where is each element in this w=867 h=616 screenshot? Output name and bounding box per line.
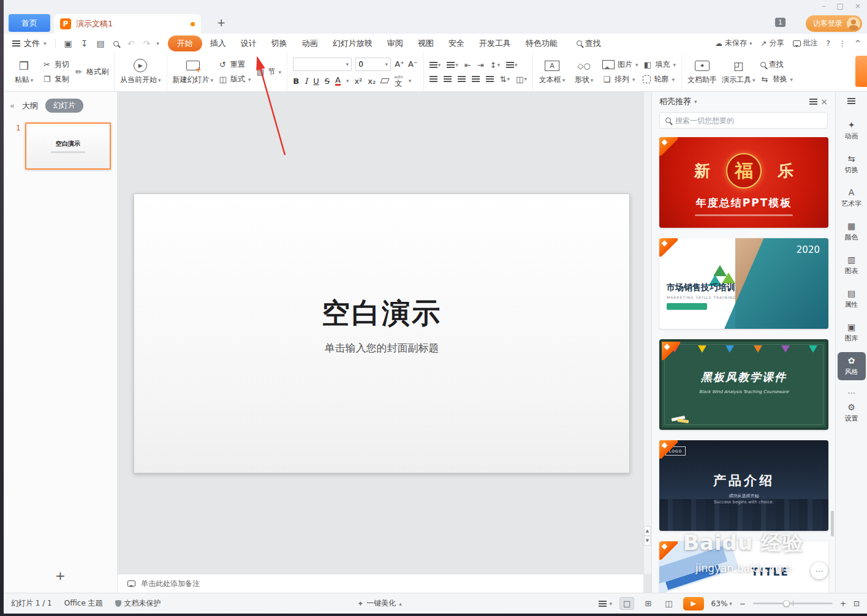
print-button[interactable]: ▤ <box>94 39 107 48</box>
more-options-icon[interactable]: ⋮ <box>839 39 846 48</box>
maximize-button[interactable]: □ <box>837 2 844 10</box>
theme-name[interactable]: Office 主题 <box>64 598 103 609</box>
comment-button[interactable]: 批注 <box>793 38 818 48</box>
rail-item-2[interactable]: A艺术字 <box>838 184 866 212</box>
numbered-list-button[interactable]: ▾ <box>447 62 458 68</box>
columns-button[interactable]: ◫▾ <box>516 75 527 84</box>
chevron-down-icon[interactable]: ▾ <box>409 78 412 84</box>
arrange-button[interactable]: ❏排列▾ <box>602 74 638 85</box>
format-painter-button[interactable]: ✏格式刷 <box>74 67 108 77</box>
fill-button[interactable]: ◧填充▾ <box>643 59 676 70</box>
distribute-button[interactable] <box>486 76 494 82</box>
tab-outline[interactable]: 大纲 <box>22 100 38 111</box>
add-slide-button[interactable]: + <box>4 568 117 583</box>
font-size-input[interactable] <box>358 60 383 69</box>
outline-button[interactable]: 轮廓▾ <box>643 74 676 85</box>
rail-collapse-icon[interactable] <box>847 98 855 104</box>
notes-bar[interactable]: 单击此处添加备注 <box>118 574 643 593</box>
find-menu-button[interactable]: 查找 <box>577 38 601 49</box>
close-button[interactable]: × <box>855 2 861 10</box>
menu-tab-3[interactable]: 切换 <box>265 36 294 51</box>
line-spacing-button[interactable]: ↕▾ <box>490 61 500 70</box>
find-button[interactable]: 查找 <box>760 59 793 70</box>
bullet-list-button[interactable]: ▾ <box>430 62 441 68</box>
file-menu-button[interactable]: 文件 ▾ <box>10 38 49 49</box>
menu-tab-6[interactable]: 审阅 <box>380 36 410 51</box>
new-tab-button[interactable]: + <box>217 17 225 29</box>
slide-title[interactable]: 空白演示 <box>134 295 629 332</box>
text-direction-button[interactable]: ▾ <box>506 62 518 68</box>
layout-button[interactable]: ◫版式▾ <box>218 74 251 85</box>
reading-view-button[interactable]: ◫ <box>662 598 675 609</box>
template-card-product-intro[interactable]: LOGO 产品介绍 成功从选择开始 Success begins with ch… <box>659 440 828 531</box>
menu-tab-8[interactable]: 安全 <box>442 36 471 51</box>
shapes-button[interactable]: ◇○ 形状▾ <box>570 59 597 85</box>
align-center-button[interactable] <box>444 76 452 82</box>
save-button[interactable]: ▣ <box>62 39 75 48</box>
font-size-combo[interactable]: ▾ <box>355 58 391 71</box>
more-tools-icon[interactable]: ⋯ <box>847 388 855 397</box>
underline-button[interactable]: U <box>313 77 319 86</box>
feedback-chat-button[interactable]: ⋯ <box>811 562 828 579</box>
chevron-down-icon[interactable]: ▾ <box>346 78 349 84</box>
undo-button[interactable]: ↶ <box>125 39 137 48</box>
phonetic-guide-button[interactable]: wén 文 <box>394 75 403 87</box>
ribbon-edge-panel[interactable] <box>855 56 867 87</box>
collapse-panel-icon[interactable]: « <box>10 101 15 110</box>
tab-slides[interactable]: 幻灯片 <box>45 99 83 113</box>
minimize-button[interactable]: – <box>822 2 826 10</box>
editing-canvas[interactable]: 空白演示 单击输入您的封面副标题 ▲ ▼ 单击此处添加备注 <box>118 92 651 593</box>
collapse-ribbon-button[interactable]: ^ <box>855 39 861 48</box>
print-preview-button[interactable] <box>111 39 121 48</box>
slideshow-play-button[interactable]: ▶ <box>683 597 704 610</box>
close-panel-icon[interactable]: × <box>820 97 828 107</box>
template-search-box[interactable] <box>659 112 828 129</box>
rail-item-4[interactable]: ▥图表 <box>838 251 866 279</box>
rail-item-5[interactable]: ▤属性 <box>838 285 866 313</box>
menu-tab-9[interactable]: 开发工具 <box>472 36 518 51</box>
font-color-button[interactable]: A <box>335 76 341 86</box>
clear-format-icon[interactable] <box>380 78 390 83</box>
font-name-combo[interactable]: ▾ <box>293 58 352 71</box>
superscript-button[interactable]: x² <box>354 77 362 86</box>
quick-access-dropdown-icon[interactable]: ▾ <box>156 40 159 47</box>
help-button[interactable]: ? <box>827 39 830 48</box>
picture-button[interactable]: 图片▾ <box>602 59 638 70</box>
strikethrough-button[interactable]: S <box>325 77 330 86</box>
guest-login-button[interactable]: 访客登录 <box>806 15 862 32</box>
menu-tab-7[interactable]: 视图 <box>411 36 441 51</box>
template-card-sales-training[interactable]: 2020 市场销售技巧培训 MARKETING SKILLS TRAINING <box>659 238 828 329</box>
slide-sorter-view-button[interactable]: ⊞ <box>642 598 654 609</box>
template-card-new-year[interactable]: 新 福 乐 年度总结PPT模板 <box>659 137 828 228</box>
bold-button[interactable]: B <box>293 77 299 86</box>
export-button[interactable]: ↧ <box>78 39 91 48</box>
reset-button[interactable]: ↺重置 <box>218 59 251 70</box>
rail-item-8[interactable]: ⚙设置 <box>838 399 866 427</box>
italic-button[interactable]: I <box>305 77 308 86</box>
chevron-down-icon[interactable]: ▾ <box>694 99 697 105</box>
align-right-button[interactable] <box>458 76 466 82</box>
template-card-title[interactable]: TITLE <box>659 541 828 593</box>
align-left-button[interactable] <box>430 76 437 82</box>
template-card-blackboard[interactable]: 黑板风教学课件 Black Wind Analysis Teaching Cou… <box>659 339 828 430</box>
cut-button[interactable]: ✂剪切 <box>42 59 69 70</box>
section-button[interactable]: ▤节▾ <box>256 67 282 77</box>
rail-item-1[interactable]: ⇆切换 <box>838 150 866 178</box>
zoom-level[interactable]: 63% ▾ <box>711 599 732 608</box>
copy-button[interactable]: ❐复制 <box>42 74 69 85</box>
rail-item-7[interactable]: ✿风格 <box>838 352 866 380</box>
slide-subtitle-placeholder[interactable]: 单击输入您的封面副标题 <box>134 341 629 355</box>
protection-status[interactable]: 文档未保护 <box>115 598 161 609</box>
previous-slide-button[interactable]: ▲ <box>644 526 651 536</box>
rail-item-3[interactable]: ▦颜色 <box>838 217 866 246</box>
textbox-button[interactable]: A 文本框▾ <box>539 59 566 85</box>
paste-button[interactable]: ❐ 粘贴▾ <box>10 59 37 85</box>
doc-assistant-button[interactable]: ✦ 文档助手 <box>687 59 717 85</box>
save-status-button[interactable]: ☁ 未保存 ▾ <box>715 38 752 48</box>
one-click-beautify-button[interactable]: ✦ 一键美化 ▴ <box>357 598 402 609</box>
rail-item-6[interactable]: ▣图库 <box>838 318 866 347</box>
share-button[interactable]: ↗ 分享 <box>761 38 784 48</box>
menu-tab-1[interactable]: 插入 <box>203 36 233 51</box>
subscript-button[interactable]: x₂ <box>368 77 376 86</box>
normal-view-button[interactable]: □ <box>619 597 634 610</box>
